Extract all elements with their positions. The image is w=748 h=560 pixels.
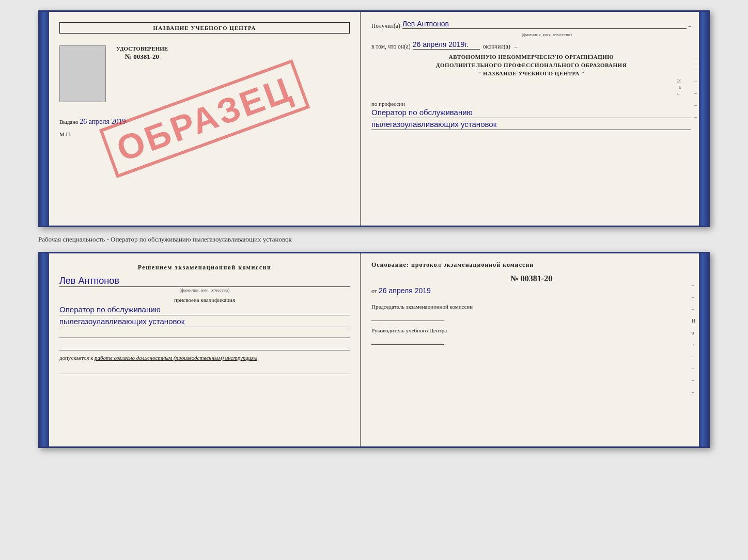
document-container: ОБРАЗЕЦ НАЗВАНИЕ УЧЕБНОГО ЦЕНТРА УДОСТОВ… xyxy=(38,10,710,448)
book-spine-left-bottom xyxy=(40,253,49,446)
assigned-label: присвоена квалификация xyxy=(59,297,350,303)
decision-title: Решением экзаменационной комиссии xyxy=(59,264,350,271)
received-label: Получил(а) xyxy=(371,23,400,29)
middle-specialty-label: Рабочая специальность - Оператор по обсл… xyxy=(38,235,710,244)
org-line-2: ДОПОЛНИТЕЛЬНОГО ПРОФЕССИОНАЛЬНОГО ОБРАЗО… xyxy=(371,62,691,68)
cert-doc-label: УДОСТОВЕРЕНИЕ xyxy=(116,45,168,52)
bottom-left-panel: Решением экзаменационной комиссии Лев Ан… xyxy=(49,253,361,446)
name-sub-label: (фамилия, имя, отчество) xyxy=(402,32,691,37)
cert-right-panel: Получил(а) Лев Антпонов – (фамилия, имя,… xyxy=(361,12,699,226)
blank-line-1 xyxy=(59,329,350,338)
top-certificate: ОБРАЗЕЦ НАЗВАНИЕ УЧЕБНОГО ЦЕНТРА УДОСТОВ… xyxy=(38,10,710,227)
completed-date-value: 26 апреля 2019г. xyxy=(413,40,480,50)
basis-label: Основание: протокол экзаменационной коми… xyxy=(371,261,691,269)
bottom-person-name: Лев Антпонов xyxy=(59,276,350,287)
bottom-right-panel: Основание: протокол экзаменационной коми… xyxy=(361,253,699,446)
protocol-date-value: 26 апреля 2019 xyxy=(379,286,431,295)
profession-value-1: Оператор по обслуживанию xyxy=(371,108,691,118)
chair-label: Председатель экзаменационной комиссии xyxy=(371,303,691,310)
allowed-text: допускается к работе согласно должностны… xyxy=(59,355,350,361)
profession-label: по профессии xyxy=(371,101,691,107)
book-spine-right-bottom xyxy=(699,253,708,446)
head-sign-line xyxy=(371,334,444,345)
cert-issued-line: Выдано 26 апреля 2019 xyxy=(59,118,350,126)
head-section: Руководитель учебного Центра xyxy=(371,327,691,345)
cert-header-title: НАЗВАНИЕ УЧЕБНОГО ЦЕНТРА xyxy=(59,22,350,34)
profession-value-2: пылегазоулавливающих установок xyxy=(371,120,691,130)
date-prefix: от xyxy=(371,287,377,295)
field-dash-1: – xyxy=(689,23,692,29)
blank-line-2 xyxy=(59,341,350,350)
in-that-label: в том, что он(а) xyxy=(371,43,411,50)
cert-mp-label: М.П. xyxy=(59,131,350,137)
received-row: Получил(а) Лев Антпонов – xyxy=(371,20,691,29)
org-line-1: АВТОНОМНУЮ НЕКОММЕРЧЕСКУЮ ОРГАНИЗАЦИЮ xyxy=(371,54,691,60)
blank-line-3 xyxy=(59,365,350,374)
completed-row: в том, что он(а) 26 апреля 2019г. окончи… xyxy=(371,40,691,50)
chair-section: Председатель экзаменационной комиссии xyxy=(371,303,691,321)
received-name-value: Лев Антпонов xyxy=(402,20,687,29)
qualification-value-1: Оператор по обслуживанию xyxy=(59,305,350,315)
bottom-name-sublabel: (фамилия, имя, отчество) xyxy=(59,287,350,293)
protocol-date-row: от 26 апреля 2019 xyxy=(371,286,691,295)
chair-sign-line xyxy=(371,311,444,321)
book-spine-right-top xyxy=(699,12,708,226)
bottom-certificate: Решением экзаменационной комиссии Лев Ан… xyxy=(38,252,710,448)
org-line-3: " НАЗВАНИЕ УЧЕБНОГО ЦЕНТРА " xyxy=(371,70,691,76)
allowed-italic-text: работе согласно должностным (производств… xyxy=(95,355,257,361)
protocol-number: № 00381-20 xyxy=(371,274,691,283)
completed-label: окончил(а) xyxy=(483,43,510,50)
field-dash-2: – xyxy=(515,43,518,50)
qualification-value-2: пылегазоулавливающих установок xyxy=(59,317,350,327)
head-label: Руководитель учебного Центра xyxy=(371,327,691,333)
cert-photo-placeholder xyxy=(59,45,106,102)
cert-left-panel: ОБРАЗЕЦ НАЗВАНИЕ УЧЕБНОГО ЦЕНТРА УДОСТОВ… xyxy=(49,12,361,226)
book-spine-left-top xyxy=(40,12,49,226)
cert-doc-number: № 00381-20 xyxy=(116,53,168,61)
